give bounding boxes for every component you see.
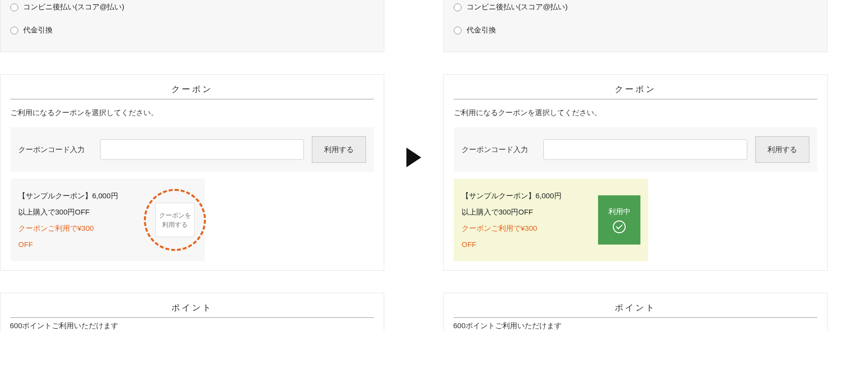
coupon-heading: クーポン [454, 84, 817, 99]
coupon-apply-button[interactable]: 利用する [312, 136, 366, 163]
coupon-card-discount-line2: OFF [18, 240, 33, 248]
coupon-panel: クーポン ご利用になるクーポンを選択してください。 クーポンコード入力 利用する… [443, 74, 828, 271]
point-heading: ポイント [454, 302, 817, 318]
coupon-code-input[interactable] [543, 139, 747, 160]
coupon-card-title-line2: 以上購入で300円OFF [462, 208, 533, 216]
payment-option-cod[interactable]: 代金引換 [10, 19, 374, 42]
coupon-code-input[interactable] [100, 139, 304, 160]
point-available-text: 600ポイントご利用いただけます [0, 321, 384, 331]
radio-icon [454, 27, 462, 34]
coupon-card-applied: 【サンプルクーポン】6,000円 以上購入で300円OFF クーポンご利用で¥3… [454, 179, 648, 261]
use-coupon-button-label: クーポンを利用する [159, 211, 191, 230]
coupon-instruction: ご利用になるクーポンを選択してください。 [10, 108, 374, 118]
coupon-card-text: 【サンプルクーポン】6,000円 以上購入で300円OFF クーポンご利用で¥3… [462, 187, 589, 252]
coupon-card-title-line2: 以上購入で300円OFF [18, 208, 90, 216]
coupon-card-discount-line1: クーポンご利用で¥300 [462, 224, 537, 232]
transition-arrow [399, 0, 429, 315]
payment-option-konbini[interactable]: コンビニ後払い(スコア@払い) [10, 0, 374, 19]
payment-option-label: 代金引換 [467, 26, 496, 35]
coupon-card-title-line1: 【サンプルクーポン】6,000円 [462, 191, 562, 200]
svg-marker-0 [406, 148, 421, 167]
coupon-code-area: クーポンコード入力 利用する [10, 127, 374, 172]
coupon-card-discount-line2: OFF [462, 240, 476, 248]
use-coupon-button-wrap: クーポンを利用する [153, 198, 197, 242]
point-heading: ポイント [10, 302, 374, 318]
coupon-card: 【サンプルクーポン】6,000円 以上購入で300円OFF クーポンご利用で¥3… [10, 179, 205, 261]
radio-icon [10, 3, 18, 11]
payment-option-cod[interactable]: 代金引換 [454, 19, 817, 42]
payment-option-label: コンビニ後払い(スコア@払い) [23, 2, 124, 12]
coupon-card-text: 【サンプルクーポン】6,000円 以上購入で300円OFF クーポンご利用で¥3… [18, 187, 144, 252]
coupon-code-label: クーポンコード入力 [18, 144, 92, 155]
use-coupon-button[interactable]: クーポンを利用する [155, 203, 195, 237]
payment-option-label: 代金引換 [23, 26, 53, 35]
coupon-card-discount-line1: クーポンご利用で¥300 [18, 224, 94, 232]
point-available-text: 600ポイントご利用いただけます [443, 321, 828, 331]
payment-option-label: コンビニ後払い(スコア@払い) [467, 2, 568, 12]
payment-option-konbini[interactable]: コンビニ後払い(スコア@払い) [454, 0, 817, 19]
check-circle-icon [613, 220, 626, 233]
applied-label: 利用中 [608, 207, 631, 216]
coupon-heading: クーポン [10, 84, 374, 99]
coupon-code-area: クーポンコード入力 利用する [454, 127, 817, 172]
payment-methods-panel: コンビニ後払い(スコア@払い) 代金引換 [443, 0, 828, 52]
coupon-code-label: クーポンコード入力 [462, 144, 535, 155]
arrow-right-icon [405, 147, 422, 168]
coupon-panel: クーポン ご利用になるクーポンを選択してください。 クーポンコード入力 利用する… [0, 74, 384, 271]
radio-icon [10, 27, 18, 34]
coupon-apply-button[interactable]: 利用する [755, 136, 809, 163]
radio-icon [454, 3, 462, 11]
payment-methods-panel: コンビニ後払い(スコア@払い) 代金引換 [0, 0, 384, 52]
coupon-card-title-line1: 【サンプルクーポン】6,000円 [18, 191, 118, 200]
coupon-applied-badge[interactable]: 利用中 [598, 195, 640, 245]
coupon-instruction: ご利用になるクーポンを選択してください。 [454, 108, 817, 118]
